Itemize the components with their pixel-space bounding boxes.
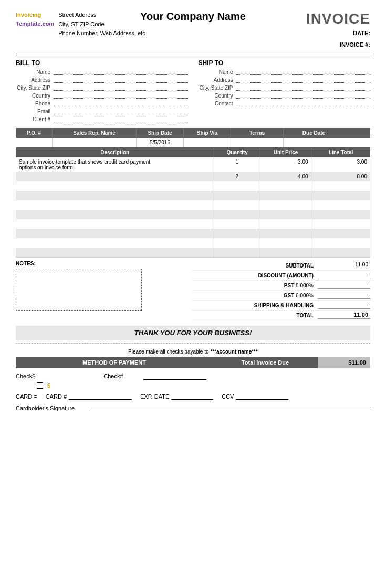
discount-value[interactable]: -: [318, 272, 370, 279]
bill-to-country-field[interactable]: [54, 92, 188, 99]
total-value[interactable]: 11.00: [318, 312, 370, 319]
item-desc-4[interactable]: [16, 191, 214, 200]
item-desc-10[interactable]: [16, 248, 214, 257]
item-qty-4[interactable]: [214, 191, 260, 200]
item-desc-2[interactable]: [16, 172, 214, 181]
ship-to-name-field[interactable]: [236, 69, 371, 75]
bill-to-client-field[interactable]: [54, 116, 188, 122]
bill-to-phone-field[interactable]: [54, 100, 188, 106]
item-qty-3[interactable]: [214, 181, 260, 191]
totals-section: NOTES: SUBTOTAL 11.00 DISCOUNT (AMOUNT) …: [16, 261, 370, 320]
item-total-3[interactable]: [311, 181, 370, 191]
ship-date-value[interactable]: 5/5/2016: [137, 138, 184, 147]
ship-via-value[interactable]: [184, 138, 231, 147]
item-unit-9[interactable]: [260, 238, 311, 248]
card-amount-field[interactable]: [55, 382, 97, 389]
ship-to-block: SHIP TO Name Address City, State ZIP Cou…: [199, 59, 371, 124]
ship-to-name-row: Name: [199, 69, 371, 75]
item-qty-6[interactable]: [214, 210, 260, 219]
item-desc-8[interactable]: [16, 229, 214, 238]
item-total-4[interactable]: [311, 191, 370, 200]
phone-web: Phone Number, Web Address, etc.: [58, 29, 147, 38]
ship-to-country-row: Country: [199, 92, 371, 99]
ship-to-address-field[interactable]: [236, 77, 371, 83]
card-num-input[interactable]: [69, 392, 132, 400]
items-section: Sample invoice template that shows credi…: [16, 157, 370, 258]
item-total-1[interactable]: 3.00: [311, 157, 370, 172]
item-total-2[interactable]: 8.00: [311, 172, 370, 181]
item-unit-5[interactable]: [260, 200, 311, 210]
item-unit-10[interactable]: [260, 248, 311, 257]
quantity-col-header: Quantity: [214, 147, 260, 157]
item-total-9[interactable]: [311, 238, 370, 248]
item-unit-7[interactable]: [260, 219, 311, 229]
item-unit-4[interactable]: [260, 191, 311, 200]
thank-you-banner: THANK YOU FOR YOUR BUSINESS!: [16, 326, 370, 340]
po-value[interactable]: [16, 138, 53, 147]
card-checkbox[interactable]: [37, 382, 43, 389]
page-header: Invoicing Template.com Street Address Ci…: [16, 10, 370, 50]
bill-to-phone-row: Phone: [16, 100, 188, 106]
item-desc-1[interactable]: Sample invoice template that shows credi…: [16, 157, 214, 172]
item-desc-3[interactable]: [16, 181, 214, 191]
ship-to-contact-label: Contact: [199, 101, 236, 106]
bill-to-address-label: Address: [16, 77, 54, 83]
item-total-6[interactable]: [311, 210, 370, 219]
item-unit-8[interactable]: [260, 229, 311, 238]
due-date-col-header: Due Date: [284, 128, 344, 138]
date-invoice-block: DATE: INVOICE #:: [306, 27, 370, 50]
item-qty-5[interactable]: [214, 200, 260, 210]
notes-box[interactable]: [16, 269, 142, 311]
method-label: METHOD OF PAYMENT: [16, 357, 213, 368]
ship-to-country-field[interactable]: [236, 92, 371, 99]
item-unit-2[interactable]: 4.00: [260, 172, 311, 181]
item-qty-10[interactable]: [214, 248, 260, 257]
invoice-title: INVOICE: [306, 10, 370, 27]
ship-date-col-header: Ship Date: [137, 128, 184, 138]
pst-value[interactable]: -: [318, 282, 370, 289]
ship-to-country-label: Country: [199, 93, 236, 99]
bill-to-phone-label: Phone: [16, 101, 54, 106]
line-total-col-header: Line Total: [311, 147, 370, 157]
item-unit-1[interactable]: 3.00: [260, 157, 311, 172]
item-unit-6[interactable]: [260, 210, 311, 219]
due-date-value[interactable]: [284, 138, 344, 147]
table-row: [16, 248, 370, 257]
gst-value[interactable]: -: [318, 292, 370, 299]
bill-to-email-label: Email: [16, 109, 54, 114]
item-qty-1[interactable]: 1: [214, 157, 260, 172]
bill-to-email-field[interactable]: [54, 108, 188, 114]
date-label: DATE:: [353, 30, 370, 36]
item-total-8[interactable]: [311, 229, 370, 238]
subtotal-value[interactable]: 11.00: [318, 262, 370, 269]
check-num-field[interactable]: [143, 372, 206, 380]
item-desc-9[interactable]: [16, 238, 214, 248]
bill-to-city-field[interactable]: [54, 84, 188, 91]
terms-value[interactable]: [231, 138, 284, 147]
sales-rep-value[interactable]: [53, 138, 137, 147]
ship-to-city-label: City, State ZIP: [199, 85, 236, 91]
total-invoice-value: $11.00: [318, 357, 370, 368]
item-desc-5[interactable]: [16, 200, 214, 210]
ship-to-contact-field[interactable]: [236, 100, 371, 106]
exp-date-input[interactable]: [171, 392, 213, 400]
item-desc-7[interactable]: [16, 219, 214, 229]
bill-to-address-field[interactable]: [54, 77, 188, 83]
shipping-row: SHIPPING & HANDLING -: [192, 301, 370, 311]
ccv-input[interactable]: [236, 392, 288, 400]
bill-to-name-field[interactable]: [54, 69, 188, 75]
item-qty-9[interactable]: [214, 238, 260, 248]
item-qty-7[interactable]: [214, 219, 260, 229]
item-total-5[interactable]: [311, 200, 370, 210]
shipping-value[interactable]: -: [318, 302, 370, 309]
item-qty-8[interactable]: [214, 229, 260, 238]
ship-to-city-field[interactable]: [236, 84, 371, 91]
signature-field[interactable]: [89, 404, 370, 411]
item-total-7[interactable]: [311, 219, 370, 229]
item-qty-2[interactable]: 2: [214, 172, 260, 181]
item-total-10[interactable]: [311, 248, 370, 257]
po-col-header: P.O. #: [16, 128, 53, 138]
ship-to-name-label: Name: [199, 69, 236, 75]
item-unit-3[interactable]: [260, 181, 311, 191]
item-desc-6[interactable]: [16, 210, 214, 219]
